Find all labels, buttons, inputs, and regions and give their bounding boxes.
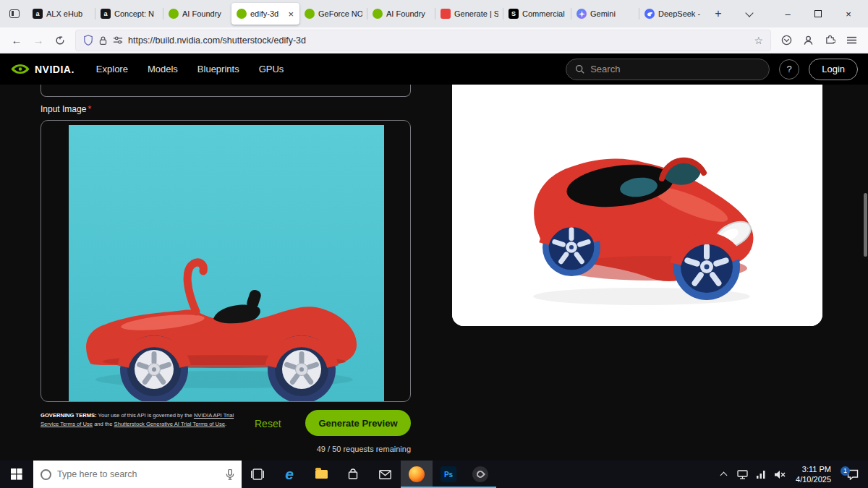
alx-favicon-icon: a (33, 9, 43, 19)
toy-car-input-image (69, 125, 384, 402)
microsoft-store-button[interactable] (337, 461, 369, 488)
volume-tray-button[interactable] (770, 461, 789, 488)
generate-preview-button[interactable]: Generate Preview (305, 410, 411, 436)
nvidia-logo[interactable]: NVIDIA. (10, 62, 75, 76)
list-all-tabs-icon[interactable] (746, 12, 752, 16)
tab-label: Commercial (522, 9, 566, 18)
tab-label: DeepSeek - (658, 9, 702, 18)
taskbar-search[interactable] (33, 461, 242, 488)
new-tab-button[interactable]: + (709, 4, 728, 23)
shutterstock-terms-link[interactable]: Shutterstock Generative AI Trial Terms o… (114, 421, 225, 427)
signal-tray-button[interactable] (752, 461, 770, 488)
tab-geforce[interactable]: GeForce NO (299, 3, 367, 25)
tab-label: Gemini (590, 9, 634, 18)
input-image-label: Input Image* (41, 104, 91, 114)
required-asterisk: * (88, 104, 91, 114)
back-button[interactable]: ← (6, 30, 27, 51)
tab-label: edify-3d (250, 9, 284, 18)
nvidia-favicon-icon (237, 9, 247, 19)
firefox-view-icon[interactable] (4, 4, 25, 24)
tab-label: Concept: N (114, 9, 158, 18)
network-tray-button[interactable] (733, 461, 752, 488)
speaker-muted-icon (774, 470, 786, 479)
bookmark-star-icon[interactable]: ☆ (754, 35, 763, 46)
firefox-icon (409, 466, 425, 482)
tab-ai-foundry-1[interactable]: AI Foundry (163, 3, 231, 25)
tab-alx-ehub[interactable]: a ALX eHub (27, 3, 95, 25)
tab-label: AI Foundry (386, 9, 430, 18)
search-icon (575, 64, 584, 74)
login-button[interactable]: Login (809, 59, 858, 80)
governing-terms: GOVERNING TERMS: Your use of this API is… (41, 411, 243, 429)
minimize-button[interactable]: – (773, 0, 803, 27)
page-scrollbar[interactable] (864, 193, 867, 257)
reload-button[interactable] (49, 30, 71, 51)
photoshop-button[interactable]: Ps (433, 461, 464, 488)
nav-models[interactable]: Models (148, 64, 178, 74)
permissions-sliders-icon[interactable] (113, 35, 123, 45)
tab-deepseek[interactable]: DeepSeek - (639, 3, 707, 25)
tab-gemini[interactable]: Gemini (571, 3, 639, 25)
app-button[interactable] (464, 461, 496, 488)
cortana-ring-icon (41, 469, 51, 480)
edge-button[interactable]: e (273, 461, 305, 488)
tab-commercial-terms[interactable]: S Commercial (503, 3, 571, 25)
url-text[interactable]: https://build.nvidia.com/shutterstock/ed… (128, 35, 749, 46)
nav-gpus[interactable]: GPUs (259, 64, 284, 74)
nvidia-eye-icon (10, 62, 30, 76)
extensions-icon[interactable] (819, 30, 841, 51)
photoshop-icon: Ps (441, 466, 456, 482)
file-explorer-button[interactable] (305, 461, 337, 488)
action-center-button[interactable]: 1 (838, 469, 868, 480)
tab-concept[interactable]: a Concept: N (95, 3, 163, 25)
nvidia-wordmark: NVIDIA. (35, 64, 75, 75)
generated-preview-card (452, 85, 822, 326)
tab-label: AI Foundry (182, 9, 226, 18)
terms-text: Your use of this API is governed by the (97, 412, 194, 419)
edge-icon: e (285, 466, 294, 483)
nvidia-favicon-icon (169, 9, 179, 19)
start-button[interactable] (0, 461, 33, 488)
browser-tab-bar: a ALX eHub a Concept: N AI Foundry edify… (0, 0, 868, 27)
toolbar-right-icons (775, 30, 862, 51)
mail-envelope-icon (379, 470, 391, 479)
pocket-icon[interactable] (775, 30, 797, 51)
gemini-favicon-icon (576, 9, 587, 19)
tab-generate-shutterstock[interactable]: Generate | S (435, 3, 503, 25)
tab-ai-foundry-2[interactable]: AI Foundry (367, 3, 435, 25)
input-image-label-text: Input Image (41, 104, 86, 114)
terms-bold: GOVERNING TERMS: (41, 412, 97, 419)
tracking-shield-icon[interactable] (83, 35, 93, 46)
task-view-button[interactable] (242, 461, 273, 488)
tray-expand-button[interactable] (714, 461, 733, 488)
reset-button[interactable]: Reset (255, 418, 281, 429)
ethernet-icon (737, 470, 748, 479)
address-bar[interactable]: https://build.nvidia.com/shutterstock/ed… (75, 30, 771, 51)
help-button[interactable]: ? (779, 59, 799, 80)
signal-bars-icon (756, 470, 766, 479)
lock-icon[interactable] (98, 35, 108, 46)
nav-blueprints[interactable]: Blueprints (197, 64, 239, 74)
forward-button[interactable]: → (27, 30, 49, 51)
taskbar-clock[interactable]: 3:11 PM 4/10/2025 (789, 464, 838, 485)
truncated-text-input[interactable] (41, 85, 411, 97)
folder-icon (315, 470, 328, 479)
tab-label: Generate | S (454, 9, 498, 18)
clock-date: 4/10/2025 (796, 474, 831, 484)
tab-edify-3d-active[interactable]: edify-3d × (231, 3, 299, 25)
mail-button[interactable] (369, 461, 401, 488)
maximize-button[interactable] (803, 0, 833, 27)
site-search-input[interactable]: Search (566, 59, 770, 80)
alx-favicon-icon: a (101, 9, 111, 19)
firefox-button[interactable] (401, 461, 433, 488)
nav-explore[interactable]: Explore (96, 64, 128, 74)
close-button[interactable]: × (833, 0, 864, 27)
input-image-preview[interactable] (41, 120, 411, 402)
account-icon[interactable] (797, 30, 819, 51)
microphone-icon[interactable] (226, 469, 234, 480)
menu-hamburger-icon[interactable] (841, 30, 862, 51)
search-placeholder: Search (590, 64, 620, 74)
store-bag-icon (347, 468, 359, 480)
tab-close-icon[interactable]: × (287, 9, 294, 20)
taskbar-search-input[interactable] (57, 469, 220, 479)
